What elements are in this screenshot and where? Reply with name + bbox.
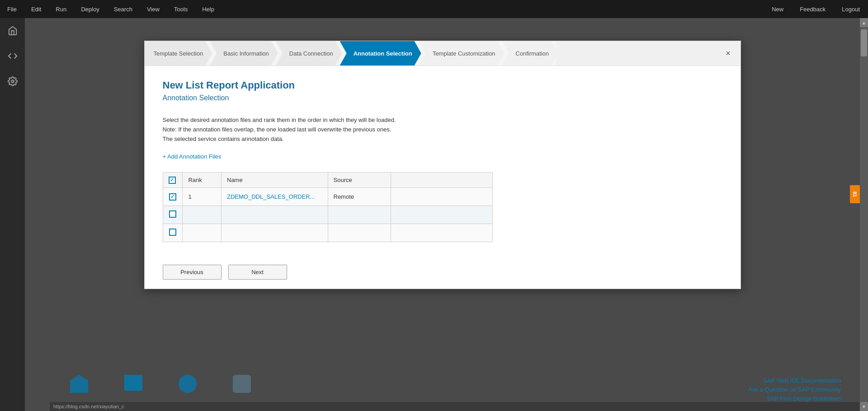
dialog-subtitle: Annotation Selection (163, 94, 722, 102)
step-basic-information[interactable]: Basic Information (210, 41, 278, 65)
header-name: Name (222, 173, 328, 188)
home-icon[interactable] (5, 23, 21, 39)
menu-search[interactable]: Search (111, 4, 135, 14)
scrollbar-thumb[interactable] (861, 29, 867, 56)
bottom-icon-4 (233, 375, 251, 393)
row2-name (222, 206, 328, 224)
previous-button[interactable]: Previous (163, 265, 222, 280)
sap-fiori-link[interactable]: SAP Fiori Design Guidelines (767, 395, 841, 402)
right-scrollbar[interactable]: ▲ ▼ (860, 18, 868, 411)
top-right-actions: New Feedback Logout (768, 4, 863, 14)
row1-actions (391, 187, 492, 206)
add-annotation-files-link[interactable]: + Add Annotation Files (163, 153, 222, 160)
row2-source (328, 206, 391, 224)
header-actions (391, 173, 492, 188)
bottom-icon-3 (179, 375, 197, 393)
house-icon (70, 375, 88, 393)
row3-checkbox-cell (163, 224, 183, 242)
row3-name (222, 224, 328, 242)
header-checkbox-cell (163, 173, 183, 188)
sap-web-ide-doc-link[interactable]: SAP Web IDE Documentation (763, 377, 841, 384)
annotation-table: Rank Name Source 1 (163, 172, 493, 242)
header-source: Source (328, 173, 391, 188)
url-bar: https://blog.csdn.net/xiayutian_c (50, 402, 860, 411)
row1-checkbox-cell (163, 187, 183, 206)
dialog-title: New List Report Application (163, 79, 722, 91)
step-confirmation[interactable]: Confirmation (502, 41, 558, 65)
left-sidebar (0, 18, 25, 411)
bottom-links: SAP Web IDE Documentation Ask a Question… (748, 377, 841, 402)
row1-name-link[interactable]: ZDEMO_DDL_SALES_ORDER... (227, 193, 315, 200)
dialog-overlay: Template Selection Basic Information Dat… (25, 18, 860, 411)
feedback-button[interactable]: Feedback (796, 4, 829, 14)
bottom-icons-area (70, 375, 251, 393)
dialog-body: New List Report Application Annotation S… (145, 66, 741, 256)
code-icon[interactable] (5, 48, 21, 64)
settings-icon[interactable] (5, 73, 21, 89)
row1-source: Remote (328, 187, 391, 206)
menu-file[interactable]: File (5, 4, 19, 14)
step-template-selection[interactable]: Template Selection (145, 41, 212, 65)
box-icon (124, 375, 142, 391)
main-area: ▲ ▼ 81 Template Selection Basic Informat… (25, 18, 868, 411)
globe-icon (179, 375, 197, 393)
row3-checkbox[interactable] (169, 229, 176, 236)
next-button[interactable]: Next (228, 265, 287, 280)
octagon-icon (233, 375, 251, 393)
step-data-connection[interactable]: Data Connection (276, 41, 342, 65)
bottom-icon-2 (124, 375, 142, 393)
url-text: https://blog.csdn.net/xiayutian_c (53, 404, 124, 409)
dialog: Template Selection Basic Information Dat… (144, 41, 741, 289)
svg-point-0 (11, 80, 14, 83)
scroll-up-arrow[interactable]: ▲ (860, 18, 868, 27)
bottom-icon-1 (70, 375, 88, 393)
menu-tools[interactable]: Tools (171, 4, 190, 14)
menu-run[interactable]: Run (53, 4, 69, 14)
step-template-customization[interactable]: Template Customization (419, 41, 505, 65)
row3-source (328, 224, 391, 242)
step-annotation-selection[interactable]: Annotation Selection (340, 41, 421, 65)
row3-rank (183, 224, 222, 242)
row2-actions (391, 206, 492, 224)
new-button[interactable]: New (768, 4, 787, 14)
sap-community-link[interactable]: Ask a Question on SAP Community (748, 386, 841, 393)
close-button[interactable]: × (723, 48, 734, 59)
menu-view[interactable]: View (144, 4, 162, 14)
logout-button[interactable]: Logout (838, 4, 863, 14)
dialog-footer: Previous Next (145, 256, 741, 289)
menu-help[interactable]: Help (199, 4, 217, 14)
menu-deploy[interactable]: Deploy (78, 4, 102, 14)
row1-rank: 1 (183, 187, 222, 206)
row1-checkbox[interactable] (169, 193, 176, 201)
scroll-down-arrow[interactable]: ▼ (860, 402, 868, 411)
table-row: 1 ZDEMO_DDL_SALES_ORDER... Remote (163, 187, 492, 206)
select-all-checkbox[interactable] (169, 177, 176, 184)
row3-actions (391, 224, 492, 242)
menu-edit[interactable]: Edit (28, 4, 44, 14)
table-row (163, 224, 492, 242)
row2-checkbox[interactable] (169, 210, 176, 218)
step-spacer (556, 41, 740, 65)
menu-bar: File Edit Run Deploy Search View Tools H… (0, 0, 868, 18)
header-rank: Rank (183, 173, 222, 188)
wizard-steps: Template Selection Basic Information Dat… (145, 41, 741, 66)
dialog-description: Select the desired annotation files and … (163, 116, 722, 144)
table-row (163, 206, 492, 224)
row2-checkbox-cell (163, 206, 183, 224)
row2-rank (183, 206, 222, 224)
row1-name: ZDEMO_DDL_SALES_ORDER... (222, 187, 328, 206)
